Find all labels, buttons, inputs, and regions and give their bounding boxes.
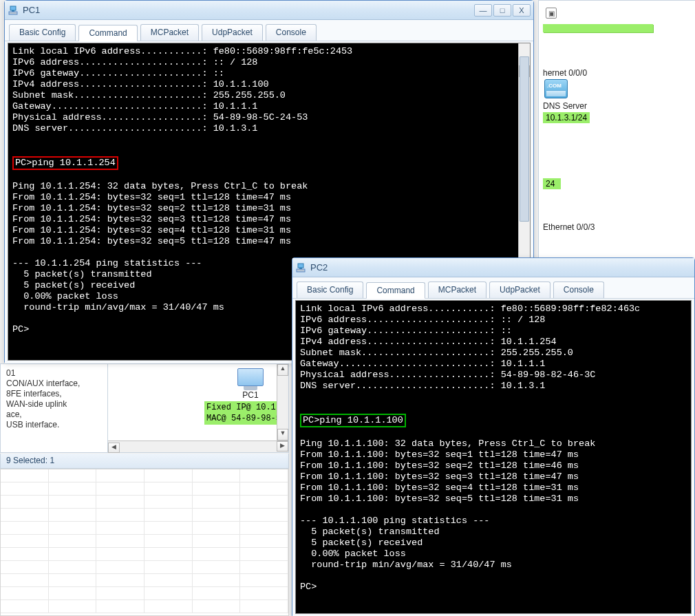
scroll-down-icon[interactable]: ▼: [277, 429, 288, 440]
highlighted-command: PC>ping 10.1.1.254: [12, 156, 118, 170]
device-head: 01: [6, 368, 102, 379]
tab-console[interactable]: Console: [266, 24, 317, 41]
tab-mcpacket[interactable]: MCPacket: [140, 24, 199, 41]
scroll-up-icon[interactable]: ▲: [277, 364, 288, 376]
svg-rect-2: [9, 12, 17, 14]
port-label-2: Ethernet 0/0/3: [543, 222, 691, 232]
scroll-right-icon[interactable]: ▶: [277, 441, 288, 452]
pc2-window: PC2 Basic Config Command MCPacket UdpPac…: [292, 257, 695, 616]
svg-rect-5: [297, 269, 305, 272]
tab-mcpacket[interactable]: MCPacket: [428, 282, 486, 298]
panel-expand-icon[interactable]: ▣: [546, 8, 557, 19]
ip-fragment-label: 24: [543, 178, 561, 189]
scrollbar-horizontal[interactable]: ◀ ▶: [108, 440, 288, 452]
tab-bar: Basic Config Command MCPacket UdpPacket …: [5, 20, 533, 41]
titlebar[interactable]: PC2: [292, 258, 694, 277]
maximize-button[interactable]: □: [493, 4, 511, 17]
status-text: 9 Selected: 1: [6, 456, 54, 465]
tab-bar: Basic Config Command MCPacket UdpPacket …: [292, 277, 694, 299]
tab-udppacket[interactable]: UdpPacket: [202, 24, 263, 41]
device-palette-panel: 01 CON/AUX interface, 8FE interfaces, WA…: [0, 363, 289, 453]
topology-canvas[interactable]: PC1 Fixed IP@ 10.1 MAC@ 54-89-98-5 ▲ ▼ ◀…: [108, 364, 288, 452]
tab-command[interactable]: Command: [366, 282, 425, 299]
app-icon: [8, 5, 19, 16]
console-output[interactable]: Link local IPv6 address...........: fe80…: [295, 300, 692, 614]
tab-udppacket[interactable]: UdpPacket: [489, 282, 550, 298]
tab-basic-config[interactable]: Basic Config: [297, 282, 363, 298]
scroll-left-icon[interactable]: ◀: [108, 443, 120, 453]
window-title: PC2: [310, 262, 692, 273]
topology-highlight-bar: [543, 24, 653, 32]
tab-command[interactable]: Command: [78, 25, 137, 41]
server-ip-label: 10.1.3.1/24: [543, 112, 590, 123]
scrollbar-vertical[interactable]: ▲ ▼: [277, 364, 288, 440]
server-label: DNS Server: [543, 101, 691, 111]
tab-basic-config[interactable]: Basic Config: [9, 24, 76, 41]
minimize-button[interactable]: —: [474, 4, 492, 17]
status-bar: 9 Selected: 1: [0, 454, 289, 469]
spreadsheet-grid[interactable]: [0, 469, 289, 616]
svg-rect-0: [10, 6, 16, 10]
app-icon: [295, 262, 306, 273]
device-description: 01 CON/AUX interface, 8FE interfaces, WA…: [1, 364, 108, 452]
pc-mac-label: MAC@ 54-89-98-5: [204, 412, 283, 425]
pc-caption: PC1: [236, 390, 265, 400]
pc-icon[interactable]: PC1: [236, 368, 265, 393]
highlighted-command: PC>ping 10.1.1.100: [300, 414, 406, 427]
svg-rect-3: [298, 264, 303, 268]
server-icon[interactable]: [544, 79, 568, 98]
tab-console[interactable]: Console: [553, 282, 604, 298]
titlebar[interactable]: PC1 — □ X: [5, 1, 533, 20]
close-button[interactable]: X: [513, 4, 531, 17]
port-label: hernet 0/0/0: [543, 68, 691, 78]
window-title: PC1: [23, 5, 474, 15]
